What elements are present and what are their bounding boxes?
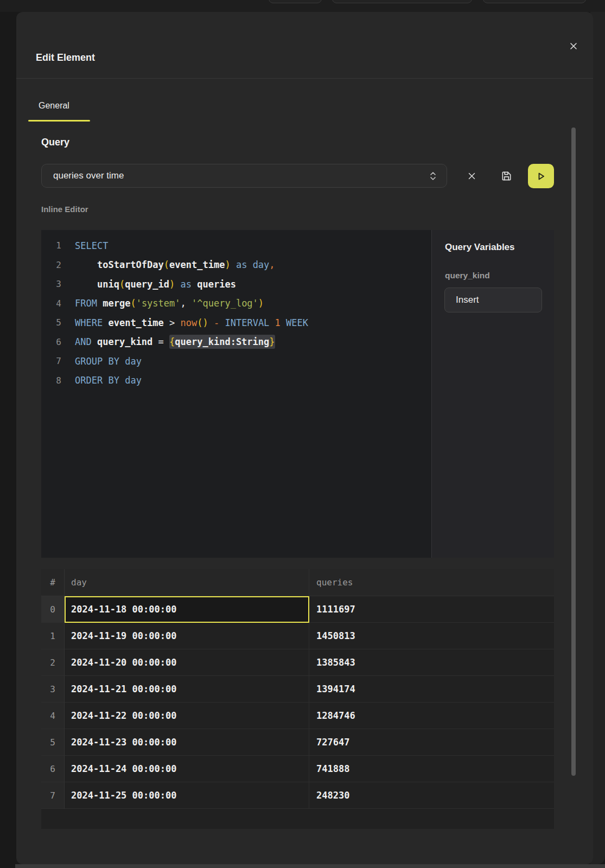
line-number: 3 xyxy=(41,279,61,289)
day-cell[interactable]: 2024-11-21 00:00:00 xyxy=(65,676,309,703)
table-row: 72024-11-25 00:00:00248230 xyxy=(41,782,554,809)
results-table: # day queries 02024-11-18 00:00:00111169… xyxy=(41,569,554,829)
inline-editor-label: Inline Editor xyxy=(41,205,88,214)
edit-element-modal: Edit Element General Query queries over … xyxy=(16,12,593,864)
close-icon xyxy=(570,42,577,50)
queries-cell[interactable]: 1385843 xyxy=(309,649,554,676)
line-number: 1 xyxy=(41,240,61,251)
row-index-cell[interactable]: 7 xyxy=(41,782,65,809)
results-table-body: 02024-11-18 00:00:00111169712024-11-19 0… xyxy=(41,596,554,809)
query-select[interactable]: queries over time xyxy=(41,164,447,188)
code-lines: 1SELECT2 toStartOfDay(event_time) as day… xyxy=(41,230,431,390)
code-line: 6AND query_kind = {query_kind:String} xyxy=(41,333,431,352)
code-line: 7GROUP BY day xyxy=(41,352,431,371)
background-bottom-strip xyxy=(15,864,605,868)
code-text: toStartOfDay(event_time) as day, xyxy=(75,259,275,270)
results-table-header: # day queries xyxy=(41,569,554,596)
code-text: WHERE event_time > now() - INTERVAL 1 WE… xyxy=(75,317,308,328)
line-number: 5 xyxy=(41,317,61,328)
row-index-cell[interactable]: 3 xyxy=(41,676,65,703)
tab-general[interactable]: General xyxy=(39,99,69,112)
queries-cell[interactable]: 248230 xyxy=(309,782,554,809)
query-variables-panel: Query Variables query_kind Insert xyxy=(431,230,554,558)
row-index-cell[interactable]: 5 xyxy=(41,729,65,756)
table-row: 32024-11-21 00:00:001394174 xyxy=(41,676,554,703)
floppy-save-icon xyxy=(500,170,513,182)
row-index-cell[interactable]: 6 xyxy=(41,756,65,782)
row-index-cell[interactable]: 1 xyxy=(41,623,65,649)
queries-cell[interactable]: 727647 xyxy=(309,729,554,756)
table-row: 62024-11-24 00:00:00741888 xyxy=(41,756,554,782)
active-tab-underline xyxy=(28,120,90,122)
table-row: 12024-11-19 00:00:001450813 xyxy=(41,623,554,649)
query-select-value: queries over time xyxy=(42,164,447,187)
line-number: 4 xyxy=(41,298,61,309)
line-number: 7 xyxy=(41,356,61,366)
column-header-queries: queries xyxy=(309,569,554,596)
row-index-cell[interactable]: 0 xyxy=(41,596,65,623)
results-table-footer xyxy=(41,809,554,829)
table-row: 52024-11-23 00:00:00727647 xyxy=(41,729,554,756)
close-button[interactable] xyxy=(566,39,581,54)
code-line: 8ORDER BY day xyxy=(41,371,431,391)
code-text: SELECT xyxy=(75,240,108,251)
day-cell[interactable]: 2024-11-25 00:00:00 xyxy=(65,782,309,809)
header-divider xyxy=(16,78,593,79)
code-line: 3 uniq(query_id) as queries xyxy=(41,275,431,294)
sql-editor: 1SELECT2 toStartOfDay(event_time) as day… xyxy=(41,230,554,558)
day-cell[interactable]: 2024-11-19 00:00:00 xyxy=(65,623,309,649)
code-line: 4FROM merge('system', '^query_log') xyxy=(41,294,431,314)
table-row: 02024-11-18 00:00:001111697 xyxy=(41,596,554,623)
background-topbar xyxy=(0,0,605,12)
table-row: 22024-11-20 00:00:001385843 xyxy=(41,649,554,676)
background-button xyxy=(269,0,322,3)
table-row: 42024-11-22 00:00:001284746 xyxy=(41,703,554,729)
day-cell[interactable]: 2024-11-23 00:00:00 xyxy=(65,729,309,756)
column-header-day: day xyxy=(65,569,309,596)
line-number: 8 xyxy=(41,375,61,386)
code-text: uniq(query_id) as queries xyxy=(75,279,236,290)
code-line: 5WHERE event_time > now() - INTERVAL 1 W… xyxy=(41,313,431,333)
modal-scrollbar-thumb[interactable] xyxy=(571,127,576,776)
chevron-up-down-icon xyxy=(428,170,438,182)
day-cell[interactable]: 2024-11-22 00:00:00 xyxy=(65,703,309,729)
insert-variable-button[interactable]: Insert xyxy=(444,288,542,312)
row-index-cell[interactable]: 4 xyxy=(41,703,65,729)
queries-cell[interactable]: 741888 xyxy=(309,756,554,782)
run-query-button[interactable] xyxy=(528,164,554,188)
background-button xyxy=(332,0,472,3)
queries-cell[interactable]: 1394174 xyxy=(309,676,554,703)
modal-title: Edit Element xyxy=(36,51,95,64)
queries-cell[interactable]: 1284746 xyxy=(309,703,554,729)
code-area[interactable]: 1SELECT2 toStartOfDay(event_time) as day… xyxy=(41,230,431,558)
queries-cell[interactable]: 1111697 xyxy=(309,596,554,623)
page: Edit Element General Query queries over … xyxy=(0,0,605,868)
code-line: 1SELECT xyxy=(41,236,431,256)
variable-name-label: query_kind xyxy=(445,271,490,280)
day-cell[interactable]: 2024-11-24 00:00:00 xyxy=(65,756,309,782)
clear-x-icon xyxy=(468,173,475,180)
column-header-index: # xyxy=(41,569,65,596)
query-variables-title: Query Variables xyxy=(445,242,515,253)
row-index-cell[interactable]: 2 xyxy=(41,649,65,676)
save-query-button[interactable] xyxy=(499,168,514,183)
day-cell-selected[interactable]: 2024-11-18 00:00:00 xyxy=(65,596,309,623)
code-text: GROUP BY day xyxy=(75,356,142,367)
code-text: ORDER BY day xyxy=(75,375,142,386)
background-button xyxy=(483,0,586,3)
line-number: 6 xyxy=(41,337,61,347)
play-icon xyxy=(536,171,546,182)
queries-cell[interactable]: 1450813 xyxy=(309,623,554,649)
code-text: AND query_kind = {query_kind:String} xyxy=(75,336,275,347)
code-line: 2 toStartOfDay(event_time) as day, xyxy=(41,256,431,275)
line-number: 2 xyxy=(41,260,61,270)
code-text: FROM merge('system', '^query_log') xyxy=(75,298,264,309)
clear-query-button[interactable] xyxy=(464,168,479,183)
day-cell[interactable]: 2024-11-20 00:00:00 xyxy=(65,649,309,676)
query-section-heading: Query xyxy=(41,136,69,148)
